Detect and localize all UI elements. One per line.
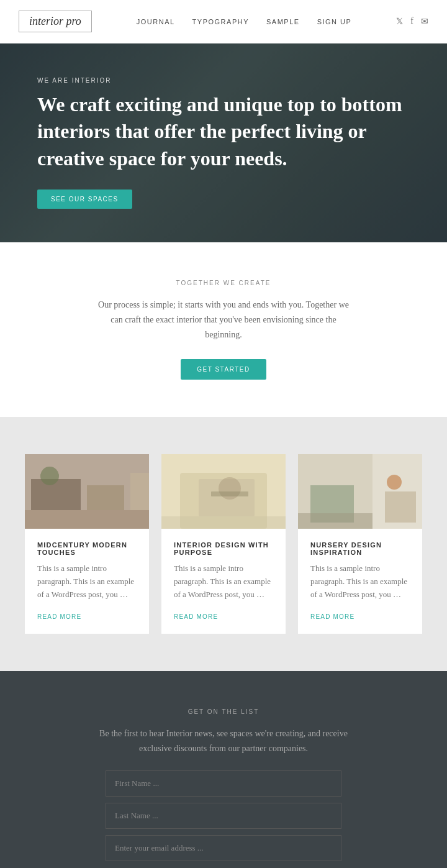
hero-content: WE ARE INTERIOR We craft exciting and un… bbox=[0, 77, 447, 209]
card-title-2: INTERIOR DESIGN WITH PURPOSE bbox=[174, 541, 273, 556]
mail-icon[interactable]: ✉ bbox=[421, 16, 428, 27]
card-link-3[interactable]: READ MORE bbox=[310, 613, 354, 620]
logo-text: interior pro bbox=[29, 15, 81, 27]
get-started-button[interactable]: GET STARTED bbox=[181, 359, 266, 380]
nav-link-sample[interactable]: SAMPLE bbox=[266, 18, 300, 25]
svg-point-16 bbox=[387, 475, 402, 490]
card-body-2: INTERIOR DESIGN WITH PURPOSE This is a s… bbox=[161, 529, 286, 633]
first-name-input[interactable] bbox=[106, 770, 341, 797]
card-link-2[interactable]: READ MORE bbox=[174, 613, 218, 620]
card-3: NURSERY DESIGN INSPIRATION This is a sam… bbox=[298, 454, 422, 633]
together-section: TOGETHER WE CREATE Our process is simple… bbox=[0, 242, 447, 417]
svg-rect-3 bbox=[130, 473, 149, 510]
last-name-input[interactable] bbox=[106, 803, 341, 829]
svg-rect-11 bbox=[161, 516, 286, 529]
navigation: interior pro JOURNAL TYPOGRAPHY SAMPLE S… bbox=[0, 0, 447, 43]
card-image-3 bbox=[298, 454, 422, 529]
nav-link-typography[interactable]: TYPOGRAPHY bbox=[192, 18, 249, 25]
cards-section: MIDCENTURY MODERN TOUCHES This is a samp… bbox=[0, 417, 447, 670]
svg-point-4 bbox=[40, 467, 59, 485]
twitter-icon[interactable]: 𝕏 bbox=[396, 16, 403, 27]
svg-rect-5 bbox=[25, 510, 149, 529]
hero-section: WE ARE INTERIOR We craft exciting and un… bbox=[0, 43, 447, 242]
social-icons: 𝕏 f ✉ bbox=[396, 16, 428, 27]
newsletter-text: Be the first to hear Interior news, see … bbox=[93, 726, 354, 756]
svg-rect-10 bbox=[211, 491, 248, 496]
together-text: Our process is simple; it starts with yo… bbox=[93, 298, 354, 342]
card-body-3: NURSERY DESIGN INSPIRATION This is a sam… bbox=[298, 529, 422, 633]
newsletter-label: GET ON THE LIST bbox=[19, 708, 428, 715]
card-link-1[interactable]: READ MORE bbox=[37, 613, 81, 620]
cards-grid: MIDCENTURY MODERN TOUCHES This is a samp… bbox=[25, 454, 422, 633]
together-label: TOGETHER WE CREATE bbox=[19, 280, 428, 286]
nav-link-signup[interactable]: SIGN UP bbox=[317, 18, 352, 25]
card-image-2 bbox=[161, 454, 286, 529]
svg-rect-2 bbox=[87, 485, 124, 510]
card-body-1: MIDCENTURY MODERN TOUCHES This is a samp… bbox=[25, 529, 149, 633]
newsletter-section: GET ON THE LIST Be the first to hear Int… bbox=[0, 671, 447, 868]
hero-title: We craft exciting and unique top to bott… bbox=[37, 91, 410, 172]
newsletter-form: SUBSCRIBE bbox=[106, 770, 341, 868]
card-text-3: This is a sample intro paragraph. This i… bbox=[310, 562, 410, 601]
email-input[interactable] bbox=[106, 835, 341, 861]
facebook-icon[interactable]: f bbox=[410, 16, 413, 27]
nav-links: JOURNAL TYPOGRAPHY SAMPLE SIGN UP bbox=[137, 18, 352, 25]
nav-link-journal[interactable]: JOURNAL bbox=[137, 18, 175, 25]
card-1: MIDCENTURY MODERN TOUCHES This is a samp… bbox=[25, 454, 149, 633]
card-text-1: This is a sample intro paragraph. This i… bbox=[37, 562, 137, 601]
see-our-spaces-button[interactable]: SEE OUR SPACES bbox=[37, 190, 132, 209]
card-title-3: NURSERY DESIGN INSPIRATION bbox=[310, 541, 410, 556]
hero-label: WE ARE INTERIOR bbox=[37, 77, 410, 84]
card-text-2: This is a sample intro paragraph. This i… bbox=[174, 562, 273, 601]
svg-rect-15 bbox=[385, 491, 416, 523]
logo[interactable]: interior pro bbox=[19, 11, 92, 32]
svg-rect-17 bbox=[298, 513, 372, 529]
card-image-1 bbox=[25, 454, 149, 529]
card-title-1: MIDCENTURY MODERN TOUCHES bbox=[37, 541, 137, 556]
card-2: INTERIOR DESIGN WITH PURPOSE This is a s… bbox=[161, 454, 286, 633]
svg-rect-1 bbox=[31, 479, 81, 510]
